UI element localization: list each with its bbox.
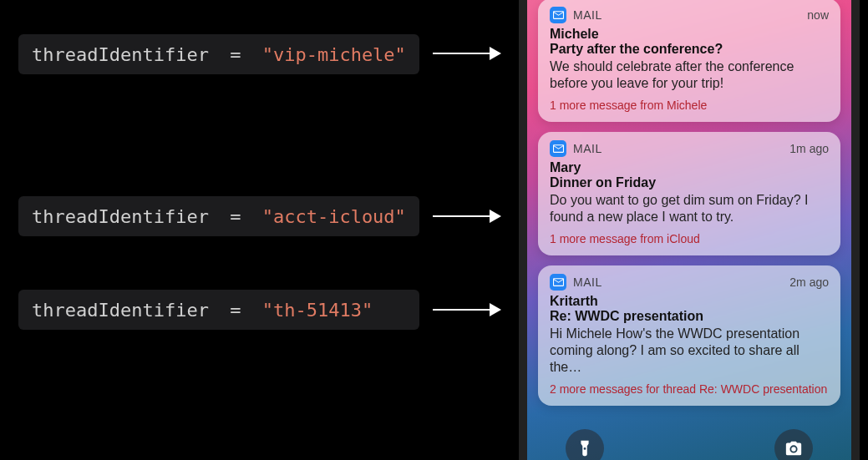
code-equals: = [209, 44, 262, 65]
code-property: threadIdentifier [32, 300, 209, 321]
mail-icon [550, 7, 566, 23]
notification-timestamp: now [807, 8, 829, 22]
code-string-value: "acct-icloud" [262, 206, 406, 227]
notification-app-label: MAIL [573, 8, 800, 22]
presentation-slide: threadIdentifier = "vip-michele" threadI… [0, 0, 868, 460]
lockscreen-controls [527, 429, 851, 460]
notification-more: 1 more message from Michele [550, 99, 829, 112]
notification-more: 1 more message from iCloud [550, 232, 829, 245]
notification-header: MAIL 1m ago [550, 140, 829, 157]
notification-body: Do you want to go get dim sum on Friday?… [550, 192, 829, 225]
notification-subject: Dinner on Friday [550, 175, 829, 190]
notification-timestamp: 1m ago [789, 142, 829, 155]
arrow-icon [433, 309, 500, 311]
notification-body: We should celebrate after the conference… [550, 58, 829, 92]
code-equals: = [209, 206, 262, 227]
notification-timestamp: 2m ago [789, 275, 829, 289]
camera-button[interactable] [774, 429, 813, 460]
code-line-2: threadIdentifier = "acct-icloud" [18, 196, 419, 236]
code-line-1: threadIdentifier = "vip-michele" [18, 34, 419, 74]
code-equals: = [209, 300, 262, 321]
mail-icon [550, 274, 566, 291]
flashlight-button[interactable] [566, 429, 604, 460]
notification-subject: Re: WWDC presentation [550, 309, 829, 324]
notification-sender: Mary [550, 160, 829, 175]
notification-card[interactable]: MAIL now Michele Party after the confere… [538, 0, 840, 122]
arrow-icon [433, 215, 500, 217]
notification-app-label: MAIL [573, 275, 783, 289]
notification-header: MAIL 2m ago [550, 274, 829, 291]
code-string-value: "vip-michele" [262, 44, 406, 65]
notification-app-label: MAIL [573, 142, 783, 155]
phone-mockup: MAIL now Michele Party after the confere… [519, 0, 860, 460]
code-string-value: "th-51413" [262, 300, 373, 321]
notification-subject: Party after the conference? [550, 42, 829, 57]
notification-sender: Kritarth [550, 294, 829, 309]
arrow-icon [433, 53, 500, 54]
camera-icon [784, 439, 803, 457]
notification-card[interactable]: MAIL 2m ago Kritarth Re: WWDC presentati… [538, 265, 840, 406]
notification-more: 2 more messages for thread Re: WWDC pres… [550, 382, 829, 396]
mail-icon [550, 140, 566, 157]
code-property: threadIdentifier [32, 206, 209, 227]
notification-body: Hi Michele How's the WWDC presentation c… [550, 326, 829, 376]
notification-stack: MAIL now Michele Party after the confere… [538, 0, 840, 406]
flashlight-icon [576, 439, 594, 457]
notification-sender: Michele [550, 27, 829, 42]
code-property: threadIdentifier [32, 44, 209, 65]
notification-card[interactable]: MAIL 1m ago Mary Dinner on Friday Do you… [538, 132, 840, 255]
code-line-3: threadIdentifier = "th-51413" [18, 290, 419, 330]
notification-header: MAIL now [550, 7, 829, 23]
